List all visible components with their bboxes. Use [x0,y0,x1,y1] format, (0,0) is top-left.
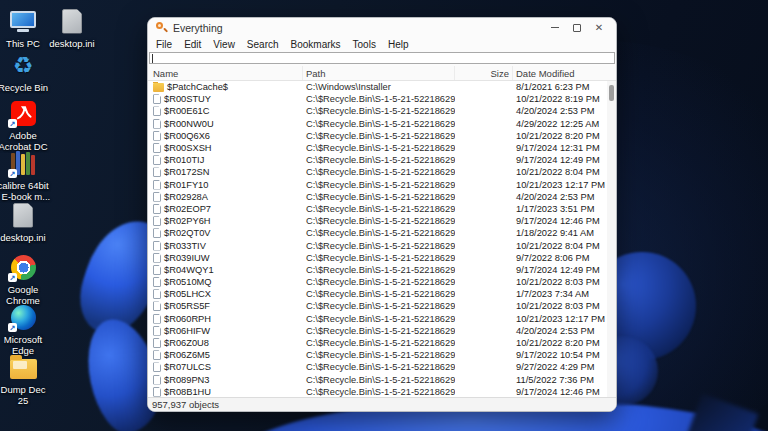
desktop-icon-google-chrome[interactable]: ↗ Google Chrome [0,252,52,306]
desktop-icon-label: desktop.ini [0,232,45,243]
menu-tools[interactable]: Tools [347,39,382,50]
desktop-icon-adobe-acrobat[interactable]: ↗ Adobe Acrobat DC [0,98,52,152]
table-row[interactable]: $R00NW0U C:\$Recycle.Bin\S-1-5-21-522186… [148,118,607,130]
name-cell: $R033TIV [148,241,303,251]
desktop-icon-desktop-ini-2[interactable]: desktop.ini [0,200,52,243]
table-row[interactable]: $R05RS5F C:\$Recycle.Bin\S-1-5-21-522186… [148,300,607,312]
name-cell: $R05LHCX [148,289,303,299]
file-type-icon [153,192,161,202]
table-row[interactable]: $R00STUY C:\$Recycle.Bin\S-1-5-21-522186… [148,93,607,105]
path-cell: C:\$Recycle.Bin\S-1-5-21-522186291-20652… [303,241,455,251]
column-header-path[interactable]: Path [303,66,455,80]
desktop-icon-microsoft-edge[interactable]: ↗ Microsoft Edge [0,302,52,356]
menu-bookmarks[interactable]: Bookmarks [285,39,347,50]
table-row[interactable]: $R060RPH C:\$Recycle.Bin\S-1-5-21-522186… [148,313,607,325]
table-row[interactable]: $R00E61C C:\$Recycle.Bin\S-1-5-21-522186… [148,105,607,117]
table-row[interactable]: $R06Z0U8 C:\$Recycle.Bin\S-1-5-21-522186… [148,337,607,349]
path-cell: C:\$Recycle.Bin\S-1-5-21-522186291-20652… [303,289,455,299]
date-modified-cell: 9/17/2024 12:49 PM [513,155,607,165]
path-cell: C:\$Recycle.Bin\S-1-5-21-522186291-20652… [303,106,455,116]
status-bar: 957,937 objects [148,397,616,411]
monitor-icon [8,6,38,36]
table-row[interactable]: $R01FY10 C:\$Recycle.Bin\S-1-5-21-522186… [148,179,607,191]
table-row[interactable]: $R010TIJ C:\$Recycle.Bin\S-1-5-21-522186… [148,154,607,166]
table-row[interactable]: $R07ULCS C:\$Recycle.Bin\S-1-5-21-522186… [148,361,607,373]
menu-file[interactable]: File [150,39,178,50]
search-input[interactable] [149,52,615,64]
table-row[interactable]: $R02PY6H C:\$Recycle.Bin\S-1-5-21-522186… [148,215,607,227]
table-row[interactable]: $R089PN3 C:\$Recycle.Bin\S-1-5-21-522186… [148,374,607,386]
file-type-icon [153,94,161,104]
path-cell: C:\$Recycle.Bin\S-1-5-21-522186291-20652… [303,253,455,263]
name-cell: $R039IUW [148,253,303,263]
path-cell: C:\$Recycle.Bin\S-1-5-21-522186291-20652… [303,326,455,336]
desktop-icon-recycle-bin[interactable]: ♻ Recycle Bin [0,50,52,93]
menu-view[interactable]: View [207,39,241,50]
shortcut-arrow-icon: ↗ [8,323,17,332]
table-row[interactable]: $R06Z6M5 C:\$Recycle.Bin\S-1-5-21-522186… [148,349,607,361]
table-row[interactable]: $R08B1HU C:\$Recycle.Bin\S-1-5-21-522186… [148,386,607,397]
date-modified-cell: 4/29/2022 12:25 AM [513,119,607,129]
maximize-button[interactable] [566,20,588,36]
table-row[interactable]: $R05LHCX C:\$Recycle.Bin\S-1-5-21-522186… [148,288,607,300]
column-header-name[interactable]: Name [148,66,303,80]
scrollbar-thumb[interactable] [609,85,614,101]
path-cell: C:\$Recycle.Bin\S-1-5-21-522186291-20652… [303,204,455,214]
name-cell: $R060RPH [148,314,303,324]
table-row[interactable]: $R033TIV C:\$Recycle.Bin\S-1-5-21-522186… [148,239,607,251]
close-button[interactable]: ✕ [588,20,610,36]
file-type-icon [153,228,161,238]
table-row[interactable]: $R02928A C:\$Recycle.Bin\S-1-5-21-522186… [148,191,607,203]
path-cell: C:\$Recycle.Bin\S-1-5-21-522186291-20652… [303,94,455,104]
table-row[interactable]: $R00Q6X6 C:\$Recycle.Bin\S-1-5-21-522186… [148,130,607,142]
file-icon [57,6,87,36]
table-row[interactable]: $R0510MQ C:\$Recycle.Bin\S-1-5-21-522186… [148,276,607,288]
vertical-scrollbar[interactable] [607,81,616,397]
file-type-icon [153,387,161,397]
title-bar[interactable]: Everything ✕ [148,18,616,37]
path-cell: C:\$Recycle.Bin\S-1-5-21-522186291-20652… [303,350,455,360]
desktop-icon-desktop-ini[interactable]: desktop.ini [43,6,101,49]
date-modified-cell: 10/21/2022 8:04 PM [513,167,607,177]
path-cell: C:\$Recycle.Bin\S-1-5-21-522186291-20652… [303,314,455,324]
file-type-icon [153,350,161,360]
path-cell: C:\$Recycle.Bin\S-1-5-21-522186291-20652… [303,143,455,153]
file-type-icon [153,375,161,385]
minimize-button[interactable] [544,20,566,36]
table-row[interactable]: $R039IUW C:\$Recycle.Bin\S-1-5-21-522186… [148,252,607,264]
menu-edit[interactable]: Edit [178,39,207,50]
file-type-icon [153,131,161,141]
column-header-size[interactable]: Size [455,66,513,80]
table-row[interactable]: $R02QT0V C:\$Recycle.Bin\S-1-5-21-522186… [148,227,607,239]
date-modified-cell: 11/5/2022 7:36 PM [513,375,607,385]
calibre-books-icon: ↗ [8,148,38,178]
everything-app-icon [156,22,168,34]
path-cell: C:\Windows\Installer [303,82,455,92]
desktop-icon-calibre[interactable]: ↗ calibre 64bit - E-book m... [0,148,52,202]
file-type-icon [153,143,161,153]
file-type-icon [153,83,164,92]
window-title: Everything [173,22,223,34]
table-row[interactable]: $R0172SN C:\$Recycle.Bin\S-1-5-21-522186… [148,166,607,178]
date-modified-cell: 10/21/2022 8:03 PM [513,277,607,287]
column-header-date-modified[interactable]: Date Modified [513,66,607,80]
shortcut-arrow-icon: ↗ [8,119,17,128]
table-row[interactable]: $R02EOP7 C:\$Recycle.Bin\S-1-5-21-522186… [148,203,607,215]
path-cell: C:\$Recycle.Bin\S-1-5-21-522186291-20652… [303,277,455,287]
table-row[interactable]: $R00SXSH C:\$Recycle.Bin\S-1-5-21-522186… [148,142,607,154]
table-row[interactable]: $R06HIFW C:\$Recycle.Bin\S-1-5-21-522186… [148,325,607,337]
file-type-icon [153,362,161,372]
file-icon [8,200,38,230]
edge-icon: ↗ [8,302,38,332]
menu-search[interactable]: Search [241,39,285,50]
file-type-icon [153,119,161,129]
desktop-icon-dump-dec-25[interactable]: Dump Dec 25 [0,352,52,406]
table-row[interactable]: $R04WQY1 C:\$Recycle.Bin\S-1-5-21-522186… [148,264,607,276]
file-type-icon [153,338,161,348]
date-modified-cell: 4/20/2024 2:53 PM [513,106,607,116]
name-cell: $R00Q6X6 [148,131,303,141]
menu-bar: File Edit View Search Bookmarks Tools He… [148,37,616,51]
menu-help[interactable]: Help [382,39,415,50]
table-row[interactable]: $PatchCache$ C:\Windows\Installer 8/1/20… [148,81,607,93]
name-cell: $R01FY10 [148,180,303,190]
